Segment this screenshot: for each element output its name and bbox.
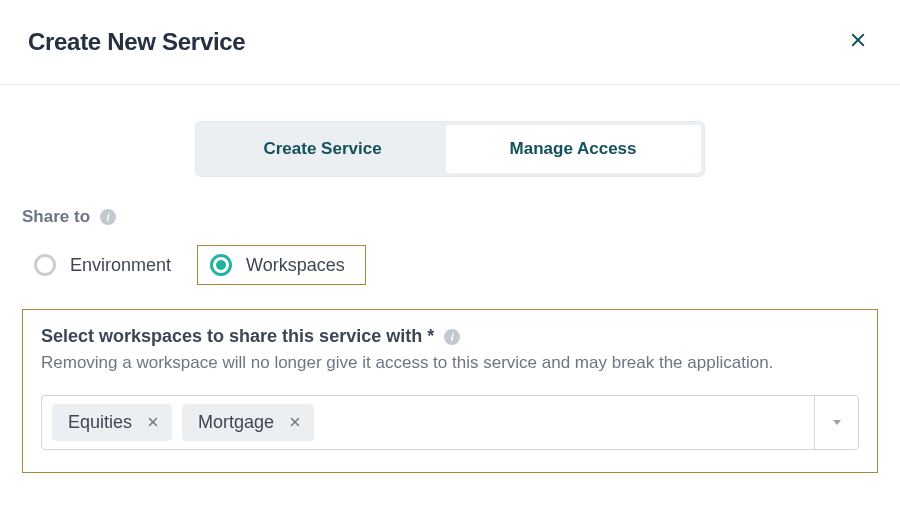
info-icon[interactable]: i: [444, 329, 460, 345]
workspaces-multiselect[interactable]: Equities Mortgage: [41, 395, 859, 450]
radio-icon: [210, 254, 232, 276]
radio-workspaces-label: Workspaces: [246, 255, 345, 276]
share-to-label: Share to: [22, 207, 90, 227]
tabs: Create Service Manage Access: [195, 121, 704, 177]
chip-remove-button[interactable]: [146, 416, 160, 430]
dropdown-toggle[interactable]: [814, 396, 858, 449]
chips-container: Equities Mortgage: [42, 396, 814, 449]
close-icon: [289, 412, 301, 433]
chevron-down-icon: [831, 414, 843, 432]
radio-environment[interactable]: Environment: [22, 246, 183, 284]
info-icon[interactable]: i: [100, 209, 116, 225]
share-to-radios: Environment Workspaces: [22, 245, 878, 285]
chip-mortgage: Mortgage: [182, 404, 314, 441]
create-service-modal: Create New Service Create Service Manage…: [0, 0, 900, 526]
chip-equities: Equities: [52, 404, 172, 441]
modal-title: Create New Service: [28, 28, 245, 56]
close-icon: [849, 31, 867, 53]
modal-header: Create New Service: [0, 0, 900, 85]
chip-label: Equities: [68, 412, 132, 433]
close-button[interactable]: [848, 32, 868, 52]
close-icon: [147, 412, 159, 433]
select-workspaces-heading: Select workspaces to share this service …: [41, 326, 434, 347]
select-workspaces-helper: Removing a workspace will no longer give…: [41, 353, 859, 373]
modal-body: Share to i Environment Workspaces Select…: [0, 207, 900, 473]
tabs-container: Create Service Manage Access: [0, 85, 900, 207]
chip-label: Mortgage: [198, 412, 274, 433]
tab-create-service[interactable]: Create Service: [199, 125, 445, 173]
select-heading-row: Select workspaces to share this service …: [41, 326, 859, 347]
radio-environment-label: Environment: [70, 255, 171, 276]
select-workspaces-section: Select workspaces to share this service …: [22, 309, 878, 473]
share-to-row: Share to i: [22, 207, 878, 227]
chip-remove-button[interactable]: [288, 416, 302, 430]
radio-icon: [34, 254, 56, 276]
radio-workspaces[interactable]: Workspaces: [197, 245, 366, 285]
tab-manage-access[interactable]: Manage Access: [446, 125, 701, 173]
